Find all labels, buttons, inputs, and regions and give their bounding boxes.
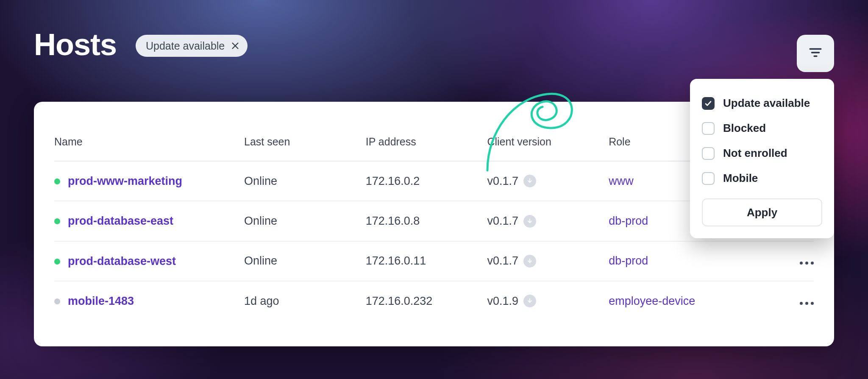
table-row[interactable]: prod-database-westOnline172.16.0.11v0.1.…	[54, 241, 814, 281]
checkbox[interactable]	[702, 97, 715, 110]
status-dot	[54, 259, 60, 265]
page-title: Hosts	[34, 27, 117, 62]
chip-label: Update available	[146, 40, 225, 52]
filter-option[interactable]: Update available	[702, 91, 822, 116]
download-icon[interactable]	[523, 175, 536, 187]
checkbox[interactable]	[702, 172, 715, 185]
download-icon[interactable]	[523, 255, 536, 268]
checkbox[interactable]	[702, 147, 715, 160]
host-name[interactable]: prod-www-marketing	[68, 175, 182, 187]
ip-address: 172.16.0.2	[366, 161, 487, 201]
filter-icon	[808, 45, 823, 61]
col-header-version[interactable]: Client version	[487, 136, 609, 161]
last-seen: 1d ago	[244, 281, 366, 320]
apply-button[interactable]: Apply	[702, 198, 822, 226]
filter-option[interactable]: Mobile	[702, 166, 822, 191]
role-link[interactable]: www	[609, 175, 634, 187]
filter-option[interactable]: Not enrolled	[702, 141, 822, 166]
status-dot	[54, 218, 60, 224]
filter-popover: Update availableBlockedNot enrolledMobil…	[690, 79, 834, 238]
last-seen: Online	[244, 241, 366, 281]
download-icon[interactable]	[523, 295, 536, 307]
client-version: v0.1.7	[487, 175, 518, 188]
col-header-lastseen[interactable]: Last seen	[244, 136, 366, 161]
client-version: v0.1.7	[487, 215, 518, 228]
filter-option-label: Mobile	[723, 172, 758, 185]
client-version: v0.1.9	[487, 295, 518, 308]
chip-remove-icon[interactable]	[231, 41, 240, 50]
host-name[interactable]: prod-database-west	[68, 255, 176, 268]
status-dot	[54, 298, 60, 304]
more-actions-icon[interactable]	[800, 302, 814, 305]
role-link[interactable]: employee-device	[609, 295, 695, 307]
last-seen: Online	[244, 161, 366, 201]
status-dot	[54, 178, 60, 184]
filter-option-label: Update available	[723, 97, 810, 110]
filter-option[interactable]: Blocked	[702, 116, 822, 141]
download-icon[interactable]	[523, 215, 536, 228]
filter-option-label: Not enrolled	[723, 147, 787, 160]
table-row[interactable]: mobile-14831d ago172.16.0.232v0.1.9emplo…	[54, 281, 814, 320]
filter-option-label: Blocked	[723, 122, 766, 135]
col-header-name[interactable]: Name	[54, 136, 244, 161]
ip-address: 172.16.0.232	[366, 281, 487, 320]
host-name[interactable]: prod-database-east	[68, 215, 173, 228]
role-link[interactable]: db-prod	[609, 254, 648, 267]
client-version: v0.1.7	[487, 254, 518, 268]
checkbox[interactable]	[702, 122, 715, 135]
role-link[interactable]: db-prod	[609, 215, 648, 227]
more-actions-icon[interactable]	[800, 262, 814, 265]
ip-address: 172.16.0.8	[366, 201, 487, 241]
host-name[interactable]: mobile-1483	[68, 295, 134, 308]
col-header-ip[interactable]: IP address	[366, 136, 487, 161]
last-seen: Online	[244, 201, 366, 241]
active-filter-chip[interactable]: Update available	[136, 35, 248, 57]
filter-button[interactable]	[797, 35, 834, 72]
ip-address: 172.16.0.11	[366, 241, 487, 281]
